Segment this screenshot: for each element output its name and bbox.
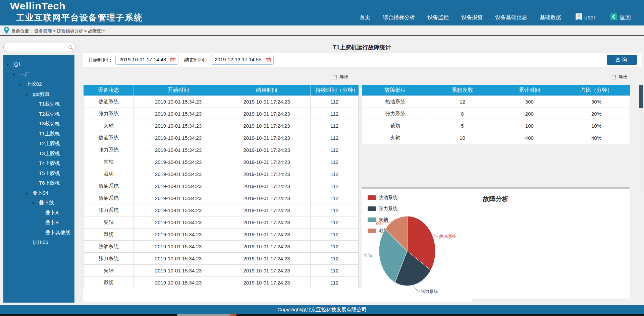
- back-button[interactable]: 返回: [610, 13, 631, 22]
- export-right-button[interactable]: 导出: [612, 74, 628, 80]
- export-left-button[interactable]: 导出: [333, 74, 349, 80]
- fault-table-cell: 300: [496, 96, 563, 108]
- status-table-cell: 112: [311, 96, 359, 108]
- status-table-row[interactable]: 热油系统2019-10-01 15:34:232019-10-01 17:24:…: [84, 192, 359, 204]
- status-table-row[interactable]: 裁切2019-10-01 15:34:232019-10-01 17:24:23…: [84, 277, 359, 289]
- export-label: 导出: [619, 74, 628, 80]
- status-table-cell: 张力系统: [84, 144, 134, 156]
- status-table-row[interactable]: 张力系统2019-10-01 15:34:232019-10-01 17:24:…: [84, 253, 359, 265]
- fault-table-row[interactable]: 张力系统820020%: [362, 108, 630, 120]
- tree-item-label: 叠卜04: [33, 190, 48, 196]
- status-table-cell: 2019-10-01 15:34:23: [134, 120, 223, 132]
- fault-table-header-2: 累计时间: [496, 85, 563, 96]
- nav-item-3[interactable]: 设备报警: [461, 14, 483, 21]
- start-time-input[interactable]: [119, 56, 167, 63]
- taskbar-segment: [177, 314, 230, 316]
- tree-item-叠卜B[interactable]: 叠卜B: [3, 217, 74, 228]
- tree-item-T6上胶机[interactable]: T6上胶机: [3, 178, 74, 188]
- tree-item-label: T6上胶机: [39, 180, 60, 186]
- export-icon: [333, 75, 338, 80]
- tree-item-ppt剪裁[interactable]: ▾ppt剪裁: [3, 89, 74, 99]
- back-label: 返回: [620, 14, 631, 21]
- tree-search-box: [3, 43, 76, 52]
- status-table-row[interactable]: 张力系统2019-10-01 15:34:232019-10-01 17:24:…: [84, 108, 359, 120]
- tree-item-label: 叠卜线: [39, 200, 54, 205]
- vertical-scrollbar-thumb[interactable]: [639, 85, 643, 108]
- status-table-row[interactable]: 热油系统2019-10-01 15:34:232019-10-01 17:24:…: [84, 180, 359, 192]
- device-tree: ▾总厂▾一厂▾上胶02▾ppt剪裁T1裁切机T2裁切机T3裁切机T1上胶机T2上…: [3, 55, 74, 247]
- tree-toggle-icon[interactable]: ▾: [32, 198, 39, 208]
- fault-table-cell: 100: [496, 120, 563, 132]
- tree-item-label: 叠卜其他线: [45, 230, 70, 235]
- status-table-row[interactable]: 夹轴2019-10-01 15:34:232019-10-01 17:24:23…: [84, 265, 359, 277]
- status-table-cell: 112: [311, 265, 359, 277]
- location-pin-icon: [4, 26, 9, 36]
- tree-toggle-icon[interactable]: ▾: [7, 60, 13, 70]
- vertical-scrollbar-track[interactable]: [639, 84, 643, 191]
- breadcrumb: 当前位置： 设备管理 > 综合指标分析 > 故障统计: [11, 28, 105, 34]
- calendar-icon[interactable]: [170, 57, 175, 62]
- fault-table-cell: 20%: [563, 108, 630, 120]
- nav-item-2[interactable]: 设备监控: [427, 14, 449, 21]
- tree-item-T4上胶机[interactable]: T4上胶机: [3, 158, 74, 168]
- search-icon[interactable]: [68, 45, 73, 50]
- tree-toggle-icon[interactable]: ▾: [13, 70, 20, 80]
- status-table-cell: 裁切: [84, 277, 134, 289]
- tree-item-T2裁切机[interactable]: T2裁切机: [3, 109, 74, 119]
- tree-item-层压05[interactable]: 层压05: [3, 237, 74, 247]
- query-button[interactable]: 查询: [607, 55, 637, 65]
- tree-item-T1上胶机[interactable]: T1上胶机: [3, 129, 74, 139]
- status-table-row[interactable]: 裁切2019-10-01 15:34:232019-10-01 17:24:23…: [84, 229, 359, 241]
- tree-item-叠卜线[interactable]: ▾叠卜线: [3, 198, 74, 208]
- tree-item-一厂[interactable]: ▾一厂: [3, 69, 74, 79]
- start-time-field: [115, 55, 178, 65]
- status-table-row[interactable]: 热油系统2019-10-01 15:34:232019-10-01 17:24:…: [84, 96, 359, 108]
- end-time-input[interactable]: [214, 56, 262, 63]
- user-menu[interactable]: user: [576, 13, 595, 22]
- fault-table-row[interactable]: 裁切510010%: [362, 120, 630, 132]
- calendar-icon[interactable]: [266, 57, 271, 62]
- status-table-row[interactable]: 裁切2019-10-01 15:34:232019-10-01 17:24:23…: [84, 168, 359, 180]
- status-table-cell: 2019-10-01 15:34:23: [134, 229, 223, 241]
- export-label: 导出: [339, 74, 349, 80]
- status-table-cell: 2019-10-01 17:24:23: [223, 265, 311, 277]
- tree-toggle-icon[interactable]: ▾: [26, 189, 33, 199]
- search-input[interactable]: [7, 44, 67, 51]
- tree-item-上胶02[interactable]: ▾上胶02: [3, 79, 74, 89]
- tree-item-T3上胶机[interactable]: T3上胶机: [3, 148, 74, 159]
- tree-item-T3裁切机[interactable]: T3裁切机: [3, 119, 74, 129]
- tree-item-label: T3上胶机: [39, 150, 60, 156]
- status-table-cell: 2019-10-01 17:24:23: [223, 96, 311, 108]
- status-table-cell: 热油系统: [84, 241, 134, 253]
- fault-table-cell: 400: [496, 132, 563, 144]
- status-table-cell: 2019-10-01 15:34:23: [134, 253, 223, 265]
- fault-table-cell: 8: [429, 108, 496, 120]
- status-table-row[interactable]: 热油系统2019-10-01 15:34:232019-10-01 17:24:…: [84, 132, 359, 144]
- tree-item-T5上胶机[interactable]: T5上胶机: [3, 168, 74, 178]
- nav-item-1[interactable]: 综合指标分析: [383, 14, 415, 21]
- status-table-row[interactable]: 夹轴2019-10-01 15:34:232019-10-01 17:24:23…: [84, 120, 359, 132]
- tree-item-T2上胶机[interactable]: T2上胶机: [3, 138, 74, 148]
- tree-item-叠卜A[interactable]: 叠卜A: [3, 208, 74, 218]
- nav-item-0[interactable]: 首页: [360, 14, 370, 21]
- tree-item-label: 总厂: [13, 61, 23, 67]
- pie-label-张力系统: 张力系统: [421, 289, 438, 294]
- tree-item-T1裁切机[interactable]: T1裁切机: [3, 99, 74, 109]
- tree-toggle-icon[interactable]: ▾: [19, 80, 26, 90]
- fault-table-row[interactable]: 热油系统1230030%: [362, 96, 630, 108]
- status-table-cell: 112: [311, 108, 359, 120]
- status-table-row[interactable]: 夹轴2019-10-01 15:34:232019-10-01 17:24:23…: [84, 156, 359, 168]
- status-table-row[interactable]: 张力系统2019-10-01 15:34:232019-10-01 17:24:…: [84, 144, 359, 156]
- tree-item-总厂[interactable]: ▾总厂: [3, 59, 74, 69]
- status-table-row[interactable]: 夹轴2019-10-01 15:34:232019-10-01 17:24:23…: [84, 216, 359, 229]
- fault-table-row[interactable]: 夹轴1040040%: [362, 132, 630, 144]
- nav-item-5[interactable]: 基础数据: [540, 14, 561, 21]
- nav-item-4[interactable]: 设备基础信息: [495, 14, 527, 21]
- status-table-header-1: 开始时间: [134, 85, 223, 96]
- status-table-row[interactable]: 热油系统2019-10-01 15:34:232019-10-01 17:24:…: [84, 241, 359, 253]
- tree-toggle-icon[interactable]: ▾: [26, 90, 33, 100]
- status-table-cell: 112: [311, 241, 359, 253]
- tree-item-叠卜04[interactable]: ▾叠卜04: [3, 188, 74, 198]
- status-table-row[interactable]: 张力系统2019-10-01 15:34:232019-10-01 17:24:…: [84, 204, 359, 216]
- tree-item-叠卜其他线[interactable]: 叠卜其他线: [3, 228, 74, 238]
